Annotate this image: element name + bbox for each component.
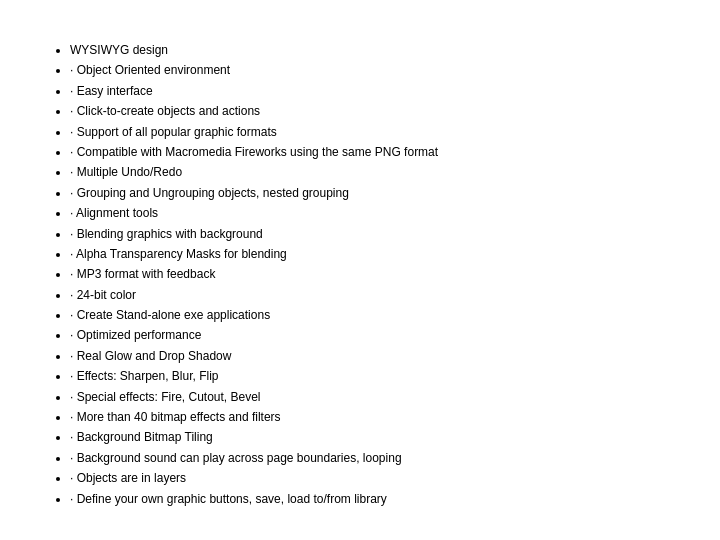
list-item: · Alpha Transparency Masks for blending: [70, 244, 670, 264]
list-item: · Object Oriented environment: [70, 60, 670, 80]
list-item: · Blending graphics with background: [70, 224, 670, 244]
list-item: · Grouping and Ungrouping objects, neste…: [70, 183, 670, 203]
list-item: · Multiple Undo/Redo: [70, 162, 670, 182]
list-item: · Click-to-create objects and actions: [70, 101, 670, 121]
list-item: · Create Stand-alone exe applications: [70, 305, 670, 325]
list-item: · Objects are in layers: [70, 468, 670, 488]
list-item: WYSIWYG design: [70, 40, 670, 60]
list-item: · Compatible with Macromedia Fireworks u…: [70, 142, 670, 162]
list-item: · Background sound can play across page …: [70, 448, 670, 468]
list-item: · Special effects: Fire, Cutout, Bevel: [70, 387, 670, 407]
list-item: · Alignment tools: [70, 203, 670, 223]
list-item: · Real Glow and Drop Shadow: [70, 346, 670, 366]
feature-list: WYSIWYG design· Object Oriented environm…: [50, 40, 670, 509]
main-content: WYSIWYG design· Object Oriented environm…: [0, 0, 720, 540]
list-item: · Easy interface: [70, 81, 670, 101]
list-item: · Optimized performance: [70, 325, 670, 345]
list-item: · Support of all popular graphic formats: [70, 122, 670, 142]
list-item: · MP3 format with feedback: [70, 264, 670, 284]
list-item: · More than 40 bitmap effects and filter…: [70, 407, 670, 427]
list-item: · 24-bit color: [70, 285, 670, 305]
list-item: · Background Bitmap Tiling: [70, 427, 670, 447]
list-item: · Define your own graphic buttons, save,…: [70, 489, 670, 509]
list-item: · Effects: Sharpen, Blur, Flip: [70, 366, 670, 386]
